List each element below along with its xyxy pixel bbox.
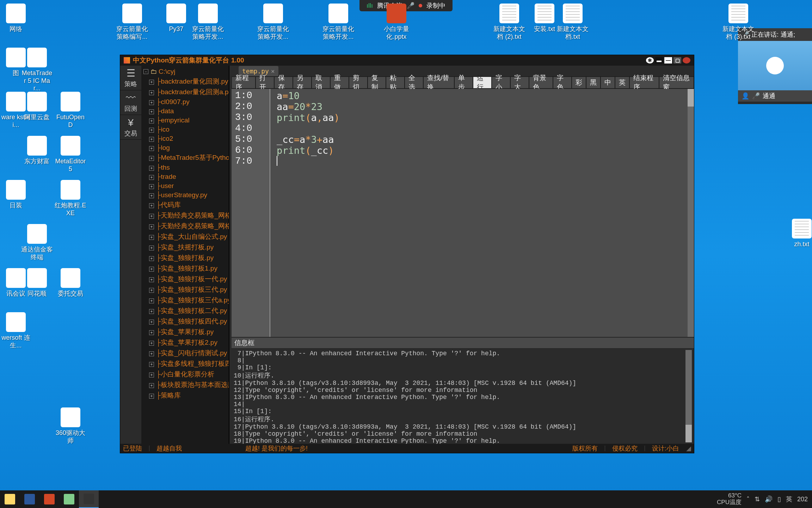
- tree-item[interactable]: +├天勤经典交易策略_网格3: [141, 221, 229, 231]
- expand-icon[interactable]: +: [149, 256, 154, 261]
- window-help-button[interactable]: ✱: [646, 57, 654, 64]
- output-panel[interactable]: 7|IPython 8.3.0 -- An enhanced Interacti…: [232, 349, 694, 444]
- tree-item[interactable]: +├策略库: [141, 390, 229, 401]
- desktop-icon[interactable]: 网络: [0, 4, 32, 33]
- code-area[interactable]: a=10 aa=20*23 print(a,aa) _cc=a*3+aa pri…: [270, 89, 688, 337]
- output-scrollbar[interactable]: [685, 350, 692, 442]
- toolbar-button[interactable]: 字小: [492, 77, 510, 89]
- desktop-icon[interactable]: wersoft 连生...: [0, 312, 32, 349]
- chevron-up-icon[interactable]: ˄: [746, 495, 750, 503]
- expand-icon[interactable]: +: [149, 166, 154, 171]
- window-minimize-button[interactable]: —: [664, 57, 672, 64]
- tree-item[interactable]: +├实盘_独狼打板二代.py: [141, 306, 229, 316]
- tree-item[interactable]: +├实盘_闪电行情测试.py: [141, 348, 229, 358]
- expand-icon[interactable]: +: [149, 383, 154, 388]
- editor-scrollbar[interactable]: [688, 89, 694, 337]
- toolbar-button[interactable]: 运行: [473, 77, 492, 89]
- tree-item[interactable]: +├实盘_独狼打板四代.py: [141, 316, 229, 327]
- toolbar-button[interactable]: 查找/替换: [423, 77, 454, 89]
- expand-icon[interactable]: +: [149, 156, 154, 161]
- taskbar-ppt[interactable]: [39, 490, 59, 508]
- desktop-icon[interactable]: 小白学量化.pptx: [381, 4, 412, 41]
- tree-item[interactable]: +├user: [141, 181, 229, 190]
- toolbar-button[interactable]: 复制: [368, 77, 386, 89]
- desktop-icon[interactable]: 安装.txt: [529, 4, 560, 33]
- tree-item[interactable]: +├ico2: [141, 134, 229, 143]
- toolbar-button[interactable]: 重做: [330, 77, 349, 89]
- cpu-temp[interactable]: 63°C CPU温度: [717, 492, 742, 506]
- expand-icon[interactable]: +: [149, 341, 154, 346]
- expand-icon[interactable]: +: [149, 330, 154, 335]
- toolbar-button[interactable]: 粘贴: [386, 77, 405, 89]
- toolbar-button[interactable]: 清空信息窗: [659, 77, 694, 89]
- toolbar-button[interactable]: 字色: [553, 77, 572, 89]
- expand-icon[interactable]: +: [149, 373, 154, 377]
- desktop-icon[interactable]: 穿云箭量化策略开发...: [322, 4, 354, 41]
- desktop-icon[interactable]: 穿云箭量化策略开发...: [257, 4, 289, 41]
- rail-strategy[interactable]: ☰ 策略: [120, 66, 141, 90]
- tree-item[interactable]: +├实盘_独狼打板.py: [141, 253, 229, 263]
- desktop-icon[interactable]: 委托交易: [55, 268, 86, 298]
- desktop-icon[interactable]: 阿里云盘: [21, 92, 53, 121]
- tree-item[interactable]: +├ths: [141, 163, 229, 172]
- expand-icon[interactable]: +: [149, 235, 154, 240]
- tree-item[interactable]: +├userStrategy.py: [141, 190, 229, 200]
- toolbar-button[interactable]: 中: [601, 77, 615, 89]
- tree-item[interactable]: +├empyrical: [141, 116, 229, 125]
- desktop-icon[interactable]: 东方财富: [21, 136, 53, 165]
- expand-icon[interactable]: +: [149, 394, 154, 399]
- desktop-icon[interactable]: FutuOpenD: [55, 92, 86, 129]
- expand-icon[interactable]: +: [149, 193, 154, 198]
- toolbar-button[interactable]: 彩: [572, 77, 586, 89]
- tree-item[interactable]: +├trade: [141, 172, 229, 181]
- tab-close-icon[interactable]: ×: [271, 67, 275, 75]
- system-tray[interactable]: 63°C CPU温度 ˄ ⇅ 🔊 ▯ 英 202: [717, 492, 812, 506]
- expand-icon[interactable]: +: [149, 203, 154, 208]
- toolbar-button[interactable]: 另存: [293, 77, 312, 89]
- taskbar-ide[interactable]: [79, 490, 99, 508]
- resize-grip-icon[interactable]: ◢: [686, 445, 691, 452]
- desktop-icon[interactable]: zh.txt: [786, 219, 812, 248]
- expand-icon[interactable]: +: [149, 362, 154, 367]
- toolbar-button[interactable]: 打开: [256, 77, 274, 89]
- tree-item[interactable]: +├小白量化彩票分析: [141, 369, 229, 380]
- expand-icon[interactable]: +: [149, 288, 154, 293]
- tree-item[interactable]: +├ico: [141, 125, 229, 134]
- window-close-button[interactable]: [683, 57, 690, 64]
- volume-icon[interactable]: 🔊: [765, 495, 773, 503]
- expand-icon[interactable]: +: [149, 100, 154, 105]
- tree-item[interactable]: +├MetaTrader5基于Pytho: [141, 152, 229, 163]
- expand-icon[interactable]: +: [149, 298, 154, 303]
- toolbar-button[interactable]: 黑: [586, 77, 601, 89]
- toolbar-button[interactable]: 保存: [274, 77, 293, 89]
- mic-icon[interactable]: 🎤: [752, 92, 760, 100]
- expand-icon[interactable]: +: [149, 320, 154, 325]
- toolbar-button[interactable]: 字大: [510, 77, 529, 89]
- ime-indicator[interactable]: 英: [786, 495, 792, 503]
- collapse-icon[interactable]: -: [143, 69, 148, 74]
- desktop-icon[interactable]: 360驱动大师: [55, 407, 86, 445]
- wifi-icon[interactable]: ⇅: [755, 495, 760, 503]
- desktop-icon[interactable]: Py37: [160, 4, 192, 33]
- tree-item[interactable]: +├板块股票池与基本面选股: [141, 380, 229, 390]
- expand-icon[interactable]: +: [149, 246, 154, 250]
- toolbar-button[interactable]: 英: [615, 77, 629, 89]
- battery-icon[interactable]: ▯: [777, 495, 781, 503]
- taskbar-explorer[interactable]: [0, 490, 20, 508]
- taskbar-word[interactable]: [20, 490, 39, 508]
- tree-item[interactable]: +├实盘_独狼打板三代a.py: [141, 295, 229, 306]
- file-tree[interactable]: - 🗀 C:\cyj +├backtrader量化回测.py+├backtrad…: [141, 66, 229, 444]
- rail-trade[interactable]: ¥ 交易: [120, 115, 141, 140]
- expand-icon[interactable]: +: [149, 175, 154, 180]
- desktop-icon[interactable]: 通达信金客终端: [21, 224, 53, 261]
- expand-icon[interactable]: +: [149, 146, 154, 151]
- desktop-icon[interactable]: MetaEditor 5: [55, 136, 86, 173]
- clock[interactable]: 202: [797, 496, 808, 503]
- window-titlebar[interactable]: 中文Python穿云箭集群量化平台 1.00 ✱ ▬ — ▢: [120, 55, 694, 66]
- desktop-icon[interactable]: 红炮教程.EXE: [55, 180, 86, 217]
- tree-item[interactable]: +├实盘_苹果打板.py: [141, 327, 229, 337]
- expand-icon[interactable]: +: [149, 137, 154, 142]
- expand-icon[interactable]: +: [149, 90, 154, 95]
- tree-item[interactable]: +├实盘_独狼打板1.py: [141, 263, 229, 274]
- tree-item[interactable]: +├代码库: [141, 200, 229, 210]
